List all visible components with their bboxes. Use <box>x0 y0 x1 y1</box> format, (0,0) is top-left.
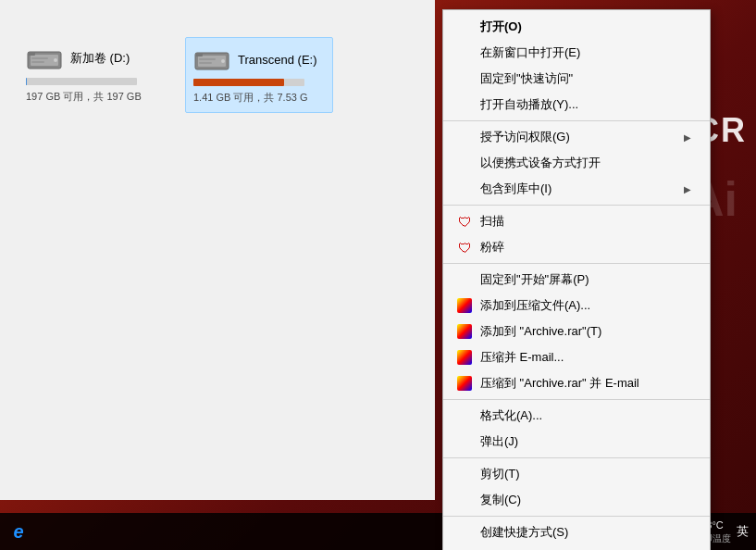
menu-create-shortcut[interactable]: 创建快捷方式(S) <box>443 519 710 545</box>
menu-shred[interactable]: 🛡 粉碎 <box>443 234 710 260</box>
menu-eject-label: 弹出(J) <box>480 433 691 450</box>
menu-compress-archive-email-icon <box>456 375 473 392</box>
context-menu: 打开(O) 在新窗口中打开(E) 固定到"快速访问" 打开自动播放(Y)... … <box>442 9 711 550</box>
drive-d-bar <box>26 78 27 85</box>
menu-copy-label: 复制(C) <box>480 492 691 508</box>
menu-open-new-window-label: 在新窗口中打开(E) <box>480 44 691 61</box>
drive-d[interactable]: 新加卷 (D:) 197 GB 可用，共 197 GB <box>19 37 167 111</box>
svg-point-9 <box>221 59 225 63</box>
menu-grant-access-arrow: ▶ <box>684 132 691 143</box>
menu-copy-icon <box>456 492 473 508</box>
separator-6 <box>443 516 710 517</box>
drive-e-bar <box>193 79 284 86</box>
menu-open-label: 打开(O) <box>480 19 691 35</box>
drive-d-icon <box>26 44 63 72</box>
menu-add-archive-rar-label: 添加到 "Archive.rar"(T) <box>480 323 691 340</box>
menu-cut-label: 剪切(T) <box>480 466 691 482</box>
menu-cut[interactable]: 剪切(T) <box>443 461 710 487</box>
menu-compress-archive-email[interactable]: 压缩到 "Archive.rar" 并 E-mail <box>443 370 710 396</box>
menu-add-archive[interactable]: 添加到压缩文件(A)... <box>443 293 710 319</box>
menu-add-archive-rar-icon <box>456 323 473 340</box>
browser-icon[interactable]: e <box>4 517 33 546</box>
menu-scan-icon: 🛡 <box>456 213 473 230</box>
menu-scan[interactable]: 🛡 扫描 <box>443 208 710 234</box>
separator-2 <box>443 205 710 206</box>
menu-format[interactable]: 格式化(A)... <box>443 403 710 429</box>
menu-grant-access-label: 授予访问权限(G) <box>480 129 676 145</box>
menu-include-library-arrow: ▶ <box>684 184 691 194</box>
svg-rect-10 <box>199 58 216 60</box>
menu-shred-label: 粉碎 <box>480 239 691 256</box>
svg-rect-5 <box>31 61 44 63</box>
menu-compress-archive-email-label: 压缩到 "Archive.rar" 并 E-mail <box>480 375 691 392</box>
menu-pin-start-label: 固定到"开始"屏幕(P) <box>480 271 691 288</box>
menu-include-library-label: 包含到库中(I) <box>480 181 676 197</box>
drive-e-label: Transcend (E:) <box>238 53 317 67</box>
menu-include-library[interactable]: 包含到库中(I) ▶ <box>443 176 710 202</box>
menu-add-archive-icon <box>456 297 473 314</box>
drive-d-bar-container <box>26 78 137 85</box>
separator-5 <box>443 457 710 458</box>
taskbar-left: e <box>4 517 33 546</box>
separator-1 <box>443 120 710 121</box>
menu-pin-quick-access[interactable]: 固定到"快速访问" <box>443 66 710 92</box>
menu-autoplay[interactable]: 打开自动播放(Y)... <box>443 92 710 118</box>
menu-open[interactable]: 打开(O) <box>443 14 710 40</box>
menu-pin-start[interactable]: 固定到"开始"屏幕(P) <box>443 267 710 293</box>
menu-grant-access[interactable]: 授予访问权限(G) ▶ <box>443 124 710 150</box>
drive-e-bar-container <box>193 79 304 86</box>
menu-scan-label: 扫描 <box>480 213 691 230</box>
menu-open-icon <box>456 19 473 35</box>
menu-create-shortcut-icon <box>456 524 473 541</box>
svg-rect-2 <box>28 52 35 56</box>
menu-eject[interactable]: 弹出(J) <box>443 429 710 455</box>
menu-create-shortcut-label: 创建快捷方式(S) <box>480 524 691 541</box>
drive-d-info: 197 GB 可用，共 197 GB <box>26 90 142 104</box>
separator-3 <box>443 263 710 264</box>
drive-d-label: 新加卷 (D:) <box>70 50 130 67</box>
menu-open-new-window[interactable]: 在新窗口中打开(E) <box>443 40 710 66</box>
menu-format-label: 格式化(A)... <box>480 407 691 424</box>
menu-cut-icon <box>456 466 473 482</box>
drive-list: 新加卷 (D:) 197 GB 可用，共 197 GB <box>0 0 435 131</box>
menu-pin-quick-access-icon <box>456 70 473 87</box>
menu-autoplay-label: 打开自动播放(Y)... <box>480 96 691 113</box>
menu-compress-email-label: 压缩并 E-mail... <box>480 349 691 366</box>
menu-pin-start-icon <box>456 271 473 288</box>
menu-autoplay-icon <box>456 96 473 113</box>
menu-portable-icon <box>456 155 473 171</box>
svg-rect-11 <box>199 62 212 64</box>
menu-add-archive-rar[interactable]: 添加到 "Archive.rar"(T) <box>443 319 710 344</box>
menu-compress-email[interactable]: 压缩并 E-mail... <box>443 344 710 370</box>
menu-grant-access-icon <box>456 129 473 145</box>
menu-format-icon <box>456 407 473 424</box>
menu-portable[interactable]: 以便携式设备方式打开 <box>443 150 710 176</box>
menu-compress-email-icon <box>456 349 473 366</box>
drive-e-info: 1.41 GB 可用，共 7.53 G <box>193 91 308 105</box>
separator-4 <box>443 399 710 400</box>
menu-copy[interactable]: 复制(C) <box>443 487 710 513</box>
drive-e[interactable]: Transcend (E:) 1.41 GB 可用，共 7.53 G <box>185 37 333 113</box>
menu-eject-icon <box>456 433 473 450</box>
svg-point-3 <box>54 58 57 62</box>
menu-portable-label: 以便携式设备方式打开 <box>480 155 691 171</box>
menu-pin-quick-access-label: 固定到"快速访问" <box>480 70 691 87</box>
taskbar-language[interactable]: 英 <box>737 523 749 540</box>
file-explorer: 新加卷 (D:) 197 GB 可用，共 197 GB <box>0 0 435 500</box>
svg-rect-8 <box>195 53 203 56</box>
menu-include-library-icon <box>456 181 473 197</box>
menu-add-archive-label: 添加到压缩文件(A)... <box>480 297 691 314</box>
drive-e-icon <box>193 45 230 73</box>
menu-shred-icon: 🛡 <box>456 239 473 256</box>
menu-rename[interactable]: 重命名(M) <box>443 545 710 550</box>
svg-rect-4 <box>31 57 48 59</box>
menu-open-new-window-icon <box>456 44 473 61</box>
